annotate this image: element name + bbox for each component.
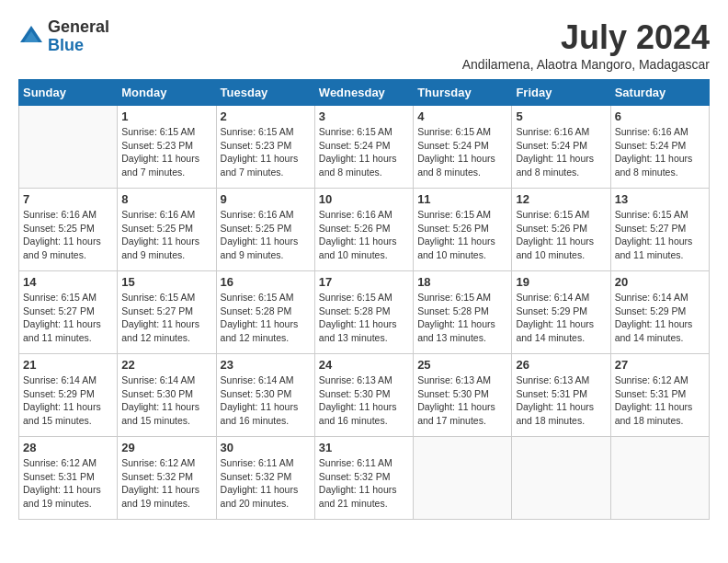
day-info: Sunrise: 6:16 AM Sunset: 5:25 PM Dayligh… [121, 208, 211, 262]
day-number: 31 [319, 441, 409, 454]
day-number: 2 [221, 109, 311, 123]
day-number: 29 [121, 441, 211, 454]
calendar-day-cell: 19Sunrise: 6:14 AM Sunset: 5:29 PM Dayli… [512, 271, 610, 354]
day-number: 1 [121, 109, 211, 123]
day-number: 18 [417, 275, 507, 289]
day-number: 7 [23, 192, 113, 206]
calendar-day-cell: 7Sunrise: 6:16 AM Sunset: 5:25 PM Daylig… [19, 189, 118, 271]
day-info: Sunrise: 6:16 AM Sunset: 5:26 PM Dayligh… [319, 208, 409, 262]
calendar-table: SundayMondayTuesdayWednesdayThursdayFrid… [18, 79, 710, 520]
day-header-wednesday: Wednesday [314, 80, 413, 106]
day-number: 8 [121, 192, 211, 206]
day-number: 16 [221, 275, 311, 289]
calendar-day-cell: 13Sunrise: 6:15 AM Sunset: 5:27 PM Dayli… [610, 189, 709, 271]
day-number: 5 [516, 109, 606, 123]
location-subtitle: Andilamena, Alaotra Mangoro, Madagascar [462, 57, 710, 72]
day-info: Sunrise: 6:15 AM Sunset: 5:24 PM Dayligh… [417, 125, 507, 179]
calendar-day-cell: 16Sunrise: 6:15 AM Sunset: 5:28 PM Dayli… [216, 271, 314, 354]
calendar-week-row: 28Sunrise: 6:12 AM Sunset: 5:31 PM Dayli… [19, 437, 710, 520]
logo-text: General Blue [48, 18, 109, 55]
day-info: Sunrise: 6:15 AM Sunset: 5:27 PM Dayligh… [121, 291, 211, 345]
day-info: Sunrise: 6:13 AM Sunset: 5:31 PM Dayligh… [516, 373, 606, 428]
calendar-day-cell: 22Sunrise: 6:14 AM Sunset: 5:30 PM Dayli… [118, 354, 216, 437]
day-info: Sunrise: 6:16 AM Sunset: 5:25 PM Dayligh… [221, 208, 311, 262]
calendar-day-cell: 2Sunrise: 6:15 AM Sunset: 5:23 PM Daylig… [216, 106, 314, 189]
calendar-day-cell: 29Sunrise: 6:12 AM Sunset: 5:32 PM Dayli… [118, 437, 216, 520]
calendar-day-cell: 20Sunrise: 6:14 AM Sunset: 5:29 PM Dayli… [610, 271, 709, 354]
calendar-day-cell: 28Sunrise: 6:12 AM Sunset: 5:31 PM Dayli… [19, 437, 118, 520]
title-block: July 2024 Andilamena, Alaotra Mangoro, M… [462, 18, 710, 72]
month-year-title: July 2024 [462, 18, 710, 57]
calendar-day-cell: 21Sunrise: 6:14 AM Sunset: 5:29 PM Dayli… [19, 354, 118, 437]
calendar-day-cell: 5Sunrise: 6:16 AM Sunset: 5:24 PM Daylig… [512, 106, 610, 189]
day-number: 27 [615, 358, 705, 372]
day-info: Sunrise: 6:14 AM Sunset: 5:29 PM Dayligh… [615, 291, 705, 345]
calendar-day-cell [19, 106, 118, 189]
day-info: Sunrise: 6:15 AM Sunset: 5:28 PM Dayligh… [221, 291, 311, 345]
day-info: Sunrise: 6:12 AM Sunset: 5:31 PM Dayligh… [23, 456, 113, 511]
day-info: Sunrise: 6:11 AM Sunset: 5:32 PM Dayligh… [319, 456, 409, 511]
day-info: Sunrise: 6:15 AM Sunset: 5:28 PM Dayligh… [319, 291, 409, 345]
calendar-day-cell: 14Sunrise: 6:15 AM Sunset: 5:27 PM Dayli… [19, 271, 118, 354]
day-info: Sunrise: 6:15 AM Sunset: 5:23 PM Dayligh… [121, 125, 211, 179]
logo-icon [18, 24, 44, 50]
calendar-day-cell: 8Sunrise: 6:16 AM Sunset: 5:25 PM Daylig… [118, 189, 216, 271]
calendar-day-cell [414, 437, 512, 520]
day-number: 17 [319, 275, 409, 289]
day-number: 28 [23, 441, 113, 454]
day-number: 24 [319, 358, 409, 372]
day-number: 22 [121, 358, 211, 372]
day-number: 21 [23, 358, 113, 372]
calendar-day-cell: 30Sunrise: 6:11 AM Sunset: 5:32 PM Dayli… [216, 437, 314, 520]
day-number: 20 [615, 275, 705, 289]
day-info: Sunrise: 6:15 AM Sunset: 5:27 PM Dayligh… [23, 291, 113, 345]
calendar-week-row: 14Sunrise: 6:15 AM Sunset: 5:27 PM Dayli… [19, 271, 710, 354]
day-info: Sunrise: 6:16 AM Sunset: 5:24 PM Dayligh… [516, 125, 606, 179]
logo-blue-text: Blue [48, 37, 109, 55]
day-header-thursday: Thursday [414, 80, 512, 106]
calendar-day-cell: 3Sunrise: 6:15 AM Sunset: 5:24 PM Daylig… [314, 106, 413, 189]
calendar-day-cell: 26Sunrise: 6:13 AM Sunset: 5:31 PM Dayli… [512, 354, 610, 437]
day-info: Sunrise: 6:15 AM Sunset: 5:24 PM Dayligh… [319, 125, 409, 179]
calendar-day-cell: 31Sunrise: 6:11 AM Sunset: 5:32 PM Dayli… [314, 437, 413, 520]
calendar-day-cell: 27Sunrise: 6:12 AM Sunset: 5:31 PM Dayli… [610, 354, 709, 437]
day-info: Sunrise: 6:13 AM Sunset: 5:30 PM Dayligh… [319, 373, 409, 428]
day-info: Sunrise: 6:15 AM Sunset: 5:26 PM Dayligh… [516, 208, 606, 262]
calendar-day-cell: 6Sunrise: 6:16 AM Sunset: 5:24 PM Daylig… [610, 106, 709, 189]
calendar-day-cell: 24Sunrise: 6:13 AM Sunset: 5:30 PM Dayli… [314, 354, 413, 437]
page-header: General Blue July 2024 Andilamena, Alaot… [18, 18, 710, 72]
calendar-day-cell: 15Sunrise: 6:15 AM Sunset: 5:27 PM Dayli… [118, 271, 216, 354]
day-number: 10 [319, 192, 409, 206]
day-number: 9 [221, 192, 311, 206]
day-number: 13 [615, 192, 705, 206]
calendar-day-cell: 11Sunrise: 6:15 AM Sunset: 5:26 PM Dayli… [414, 189, 512, 271]
calendar-day-cell: 12Sunrise: 6:15 AM Sunset: 5:26 PM Dayli… [512, 189, 610, 271]
calendar-header-row: SundayMondayTuesdayWednesdayThursdayFrid… [19, 80, 710, 106]
day-number: 15 [121, 275, 211, 289]
day-info: Sunrise: 6:15 AM Sunset: 5:26 PM Dayligh… [417, 208, 507, 262]
day-header-sunday: Sunday [19, 80, 118, 106]
day-info: Sunrise: 6:16 AM Sunset: 5:24 PM Dayligh… [615, 125, 705, 179]
day-number: 11 [417, 192, 507, 206]
calendar-day-cell: 17Sunrise: 6:15 AM Sunset: 5:28 PM Dayli… [314, 271, 413, 354]
day-info: Sunrise: 6:15 AM Sunset: 5:23 PM Dayligh… [221, 125, 311, 179]
day-info: Sunrise: 6:14 AM Sunset: 5:30 PM Dayligh… [221, 373, 311, 428]
day-info: Sunrise: 6:15 AM Sunset: 5:27 PM Dayligh… [615, 208, 705, 262]
day-info: Sunrise: 6:16 AM Sunset: 5:25 PM Dayligh… [23, 208, 113, 262]
calendar-day-cell: 18Sunrise: 6:15 AM Sunset: 5:28 PM Dayli… [414, 271, 512, 354]
calendar-day-cell [610, 437, 709, 520]
calendar-day-cell: 4Sunrise: 6:15 AM Sunset: 5:24 PM Daylig… [414, 106, 512, 189]
day-info: Sunrise: 6:14 AM Sunset: 5:29 PM Dayligh… [23, 373, 113, 428]
day-header-friday: Friday [512, 80, 610, 106]
calendar-day-cell: 23Sunrise: 6:14 AM Sunset: 5:30 PM Dayli… [216, 354, 314, 437]
day-info: Sunrise: 6:12 AM Sunset: 5:31 PM Dayligh… [615, 373, 705, 428]
day-header-tuesday: Tuesday [216, 80, 314, 106]
day-header-saturday: Saturday [610, 80, 709, 106]
day-info: Sunrise: 6:14 AM Sunset: 5:30 PM Dayligh… [121, 373, 211, 428]
logo-general-text: General [48, 18, 109, 37]
day-info: Sunrise: 6:13 AM Sunset: 5:30 PM Dayligh… [417, 373, 507, 428]
day-number: 3 [319, 109, 409, 123]
day-header-monday: Monday [118, 80, 216, 106]
calendar-day-cell: 25Sunrise: 6:13 AM Sunset: 5:30 PM Dayli… [414, 354, 512, 437]
calendar-week-row: 21Sunrise: 6:14 AM Sunset: 5:29 PM Dayli… [19, 354, 710, 437]
